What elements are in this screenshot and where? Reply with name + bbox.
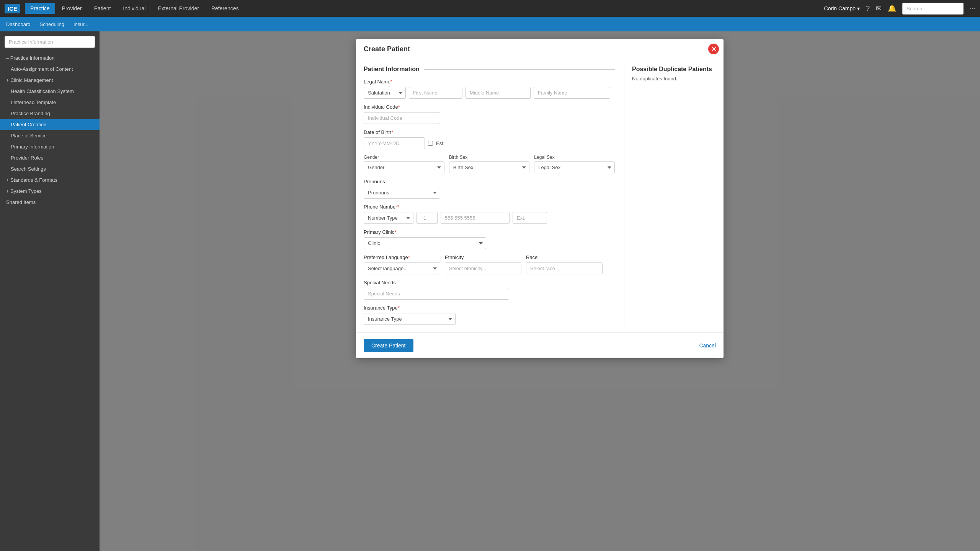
sidebar-item-auto-assignment[interactable]: Auto-Assignment of Content [0,64,100,75]
sub-nav-insur[interactable]: Insur... [74,21,88,27]
race-group: Race [526,254,603,274]
close-button[interactable]: ✕ [708,44,719,54]
primary-clinic-label: Primary Clinic* [364,229,615,235]
race-input[interactable] [526,262,603,274]
sub-nav-scheduling[interactable]: Scheduling [40,21,64,27]
est-label: Est. [436,140,444,146]
individual-code-input[interactable] [364,112,440,124]
est-checkbox[interactable] [428,141,433,146]
nav-external-provider[interactable]: External Provider [152,3,204,14]
modal-body: Patient Information Legal Name* Salutati… [356,58,724,333]
legal-sex-label: Legal Sex [534,155,615,160]
special-needs-input[interactable] [364,288,509,300]
duplicate-title: Possible Duplicate Patients [632,66,716,73]
birth-sex-select[interactable]: Birth Sex [449,161,530,173]
sidebar-item-shared-items[interactable]: Shared Items [0,197,100,208]
sidebar-item-search-settings[interactable]: Search Settings [0,163,100,174]
create-patient-button[interactable]: Create Patient [364,339,413,352]
sidebar-item-patient-creation[interactable]: Patient Creation [0,119,100,130]
sidebar-item-provider-roles[interactable]: Provider Roles [0,152,100,163]
sidebar-item-practice-branding[interactable]: Practice Branding [0,108,100,119]
logo: ICE [5,4,20,13]
user-name[interactable]: Corin Campo ▾ [824,5,860,11]
nav-references[interactable]: References [206,3,244,14]
primary-clinic-select[interactable]: Clinic [364,237,486,249]
nav-individual[interactable]: Individual [118,3,151,14]
mail-icon[interactable]: ✉ [876,4,882,13]
ethnicity-label: Ethnicity [445,254,521,260]
bell-icon[interactable]: 🔔 [888,4,896,13]
nav-practice[interactable]: Practice [25,3,55,14]
country-code-input[interactable] [416,212,438,224]
ethnicity-input[interactable] [445,262,521,274]
patient-info-form: Patient Information Legal Name* Salutati… [364,66,615,325]
sidebar: – Practice Information Auto-Assignment o… [0,31,100,551]
sidebar-item-health-class[interactable]: Health Classification System [0,86,100,97]
phone-row: Number Type [364,212,615,224]
create-patient-modal: Create Patient ✕ Patient Information Leg… [356,39,724,358]
insurance-type-label: Insurance Type* [364,305,615,311]
race-label: Race [526,254,603,260]
gender-item: Gender Gender [364,155,444,173]
family-name-input[interactable] [534,87,610,99]
sub-nav: Dashboard Scheduling Insur... [0,17,980,31]
sidebar-item-place-of-service[interactable]: Place of Service [0,130,100,141]
birth-sex-item: Birth Sex Birth Sex [449,155,530,173]
preferred-language-group: Preferred Language* Select language... [364,254,440,274]
individual-code-label: Individual Code* [364,104,615,110]
middle-name-input[interactable] [466,87,531,99]
sidebar-item-primary-info[interactable]: Primary Information [0,141,100,152]
main-layout: – Practice Information Auto-Assignment o… [0,31,980,551]
modal-footer: Create Patient Cancel [356,333,724,358]
gender-label: Gender [364,155,444,160]
sidebar-item-clinic-mgmt[interactable]: + Clinic Management [0,75,100,86]
ethnicity-group: Ethnicity [445,254,521,274]
dob-label: Date of Birth* [364,129,615,135]
sidebar-search[interactable] [5,36,95,48]
patient-info-section-title: Patient Information [364,66,615,73]
birth-sex-label: Birth Sex [449,155,530,160]
modal-title: Create Patient [356,39,724,58]
legal-name-label: Legal Name* [364,79,615,85]
ext-input[interactable] [513,212,547,224]
sub-nav-dashboard[interactable]: Dashboard [6,21,31,27]
preferred-language-label: Preferred Language* [364,254,440,260]
cancel-button[interactable]: Cancel [699,342,716,349]
duplicate-text: No duplicates found. [632,76,716,82]
top-nav: ICE Practice Provider Patient Individual… [0,0,980,17]
gender-row: Gender Gender Birth Sex Birth Sex [364,155,615,173]
duplicate-section: Possible Duplicate Patients No duplicate… [624,66,716,325]
preferred-language-select[interactable]: Select language... [364,262,440,274]
pronouns-select[interactable]: Pronouns [364,187,440,199]
gender-select[interactable]: Gender [364,161,444,173]
sidebar-item-letterhead[interactable]: Letterhead Template [0,97,100,108]
dob-input[interactable] [364,137,425,149]
sidebar-item-practice-info[interactable]: – Practice Information [0,52,100,64]
help-icon[interactable]: ? [866,5,870,13]
sidebar-item-standards[interactable]: + Standards & Formats [0,174,100,186]
first-name-input[interactable] [409,87,462,99]
pronouns-label: Pronouns [364,179,615,184]
content-area: Create Patient ✕ Patient Information Leg… [100,31,980,551]
number-type-select[interactable]: Number Type [364,212,413,224]
special-needs-label: Special Needs [364,280,615,285]
phone-label: Phone Number* [364,204,615,210]
nav-right: Corin Campo ▾ ? ✉ 🔔 ··· [824,3,975,15]
legal-sex-select[interactable]: Legal Sex [534,161,615,173]
nav-patient[interactable]: Patient [89,3,116,14]
sidebar-item-system-types[interactable]: + System Types [0,186,100,197]
insurance-type-select[interactable]: Insurance Type [364,313,456,325]
lang-eth-race-row: Preferred Language* Select language... E… [364,254,615,274]
salutation-select[interactable]: Salutation [364,87,406,99]
legal-name-row: Salutation [364,87,615,99]
search-input[interactable] [902,3,964,15]
modal-overlay: Create Patient ✕ Patient Information Leg… [100,31,980,551]
more-icon[interactable]: ··· [970,5,975,13]
dob-row: Est. [364,137,615,149]
nav-provider[interactable]: Provider [57,3,87,14]
phone-input[interactable] [441,212,510,224]
legal-sex-item: Legal Sex Legal Sex [534,155,615,173]
